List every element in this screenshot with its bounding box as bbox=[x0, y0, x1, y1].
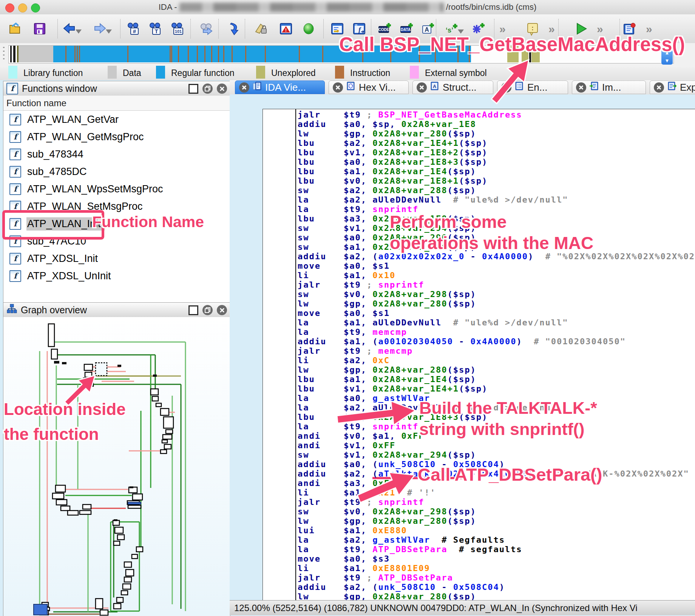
structs-icon: A bbox=[430, 81, 439, 93]
annotation-perform-line2: operations with the MAC bbox=[390, 233, 593, 253]
tab-close-icon[interactable] bbox=[576, 82, 586, 93]
search-text-icon[interactable]: T bbox=[148, 22, 162, 36]
open-file-icon[interactable] bbox=[8, 22, 23, 36]
functions-window-icon: f bbox=[6, 83, 18, 94]
function-icon: f bbox=[9, 131, 21, 143]
graph-overview-canvas[interactable] bbox=[3, 317, 230, 616]
toolbar-separator bbox=[218, 19, 219, 39]
highlight-lock-icon[interactable] bbox=[254, 22, 268, 36]
forward-icon-dropdown[interactable] bbox=[106, 29, 112, 34]
tab-close-icon[interactable] bbox=[501, 82, 511, 93]
asm-line: lbu$a1, 0x2A8+var_1E4($sp) bbox=[298, 375, 695, 384]
function-icon: f bbox=[9, 114, 21, 125]
back-icon[interactable] bbox=[63, 22, 77, 36]
asm-line: addiu$a0, $sp, 0x2A8+var_1E8 bbox=[298, 119, 695, 129]
hex-view-icon bbox=[346, 81, 355, 93]
tab-exp[interactable]: Exp... bbox=[650, 80, 695, 94]
legend-label: External symbol bbox=[425, 68, 487, 78]
warning-icon[interactable]: ! bbox=[279, 22, 293, 36]
annotation-perform-line1: Perform some bbox=[390, 212, 507, 232]
function-list-item[interactable]: fATP_XDSL_Init bbox=[3, 250, 230, 267]
function-list-item[interactable]: fATP_WLAN_GetMsgProc bbox=[3, 128, 230, 145]
tab-struct[interactable]: AStruct... bbox=[412, 80, 493, 94]
tab-label: Exp... bbox=[680, 82, 695, 93]
tab-hexvi[interactable]: Hex Vi... bbox=[329, 80, 409, 94]
function-list-item[interactable]: fsub_4785DC bbox=[3, 163, 230, 180]
asm-line: li$a2, 0xC bbox=[298, 356, 695, 365]
annotation-location-line1: Location inside bbox=[4, 400, 126, 419]
band-instruction-mark bbox=[74, 46, 76, 62]
ida-view-disassembly[interactable]: jalr$t9 ; BSP_NET_GetBaseMacAddressaddiu… bbox=[263, 109, 695, 615]
tab-en[interactable]: En... bbox=[497, 80, 568, 94]
asm-line: li$a1, 0xE8801E09 bbox=[298, 563, 695, 573]
band-instruction-mark bbox=[265, 46, 266, 62]
function-icon: f bbox=[9, 253, 21, 265]
function-list-item[interactable]: fsub_478344 bbox=[3, 145, 230, 163]
functions-window-titlebar[interactable]: f Functions window bbox=[3, 81, 230, 96]
band-instruction-mark bbox=[197, 46, 198, 62]
asm-line: jalr$t9 ; snprintf bbox=[298, 497, 695, 507]
asm-line: addiu$a1, (a001020304050 - 0x4A0000) # "… bbox=[298, 337, 695, 346]
asm-line: jalr$t9 ; ATP_DBSetPara bbox=[298, 573, 695, 582]
svg-text:DATA: DATA bbox=[401, 28, 411, 32]
search-next-icon[interactable] bbox=[199, 22, 214, 36]
asm-line: lw$gp, 0x2A8+var_280($sp) bbox=[298, 299, 695, 308]
close-panel-icon[interactable] bbox=[217, 84, 227, 94]
annotation-build-line1: Build the TALKTALK-* bbox=[419, 398, 597, 418]
float-panel-icon[interactable] bbox=[202, 84, 213, 94]
band-instruction-mark bbox=[218, 46, 219, 62]
band-instruction-mark bbox=[188, 46, 189, 62]
function-list-item[interactable]: fATP_WLAN_WpsSetMsgProc bbox=[3, 180, 230, 198]
function-list-item[interactable]: fsub_47AC10 bbox=[3, 232, 230, 250]
close-panel-icon[interactable] bbox=[217, 305, 227, 315]
band-mark bbox=[10, 46, 12, 62]
legend-swatch bbox=[410, 66, 419, 79]
function-list-item[interactable]: fATP_WLAN_SetMsgProc bbox=[3, 198, 230, 215]
maximize-panel-icon[interactable] bbox=[188, 84, 198, 94]
asm-line: lw$gp, 0x2A8+var_280($sp) bbox=[298, 516, 695, 526]
search-hex-icon[interactable]: # bbox=[126, 22, 141, 36]
window-title: IDA - /rootfs/bin/cms.idb (cms) bbox=[0, 0, 695, 14]
tab-im[interactable]: Im... bbox=[572, 80, 646, 94]
jump-down-icon[interactable] bbox=[227, 22, 242, 36]
tab-idavie[interactable]: IDA Vie... bbox=[235, 80, 325, 94]
legend-swatch bbox=[156, 66, 165, 79]
asm-line: sw$v1, 0x2A8+var_294($sp) bbox=[298, 450, 695, 460]
function-list-item[interactable]: fATP_XDSL_UnInit bbox=[3, 267, 230, 285]
band-instruction-mark bbox=[223, 46, 224, 62]
status-sphere-icon[interactable] bbox=[301, 22, 316, 36]
band-instruction-mark bbox=[211, 46, 212, 62]
asm-line: jalr$t9 ; BSP_NET_GetBaseMacAddress bbox=[298, 110, 695, 119]
mdi-area: f Functions window Function name fATP_WL… bbox=[0, 80, 695, 616]
back-icon-dropdown[interactable] bbox=[76, 29, 82, 34]
band-instruction-mark bbox=[79, 46, 80, 62]
enums-icon bbox=[514, 81, 524, 93]
tab-close-icon[interactable] bbox=[239, 82, 249, 93]
tab-close-icon[interactable] bbox=[417, 82, 427, 93]
band-instruction-mark bbox=[170, 46, 171, 62]
toolbar-separator bbox=[245, 19, 245, 39]
function-name-column-header[interactable]: Function name bbox=[3, 96, 230, 111]
asm-line: lui$a1, 0xE880 bbox=[298, 526, 695, 535]
band-instruction-mark bbox=[65, 46, 66, 62]
save-icon[interactable] bbox=[32, 22, 47, 36]
function-name-label: sub_47AC10 bbox=[26, 235, 90, 248]
asm-line: la$a2, aUleDDevNull # "ule%d >/dev/null" bbox=[298, 195, 695, 204]
ida-window: IDA - /rootfs/bin/cms.idb (cms) #T101!fC… bbox=[0, 0, 695, 616]
asm-line: move$a0, $s1 bbox=[298, 261, 695, 271]
function-icon: f bbox=[9, 149, 21, 160]
svg-text:!: ! bbox=[285, 28, 287, 33]
function-list-item[interactable]: fATP_WLAN_GetVar bbox=[3, 111, 230, 128]
maximize-panel-icon[interactable] bbox=[188, 305, 198, 315]
annotation-location-line2: the function bbox=[4, 425, 99, 444]
toolbar-separator bbox=[323, 19, 324, 39]
float-panel-icon[interactable] bbox=[202, 305, 213, 315]
graph-overview-titlebar[interactable]: Graph overview bbox=[3, 303, 230, 317]
asm-line: la$a1, aUleDDevNull # "ule%d >/dev/null" bbox=[298, 318, 695, 327]
forward-icon[interactable] bbox=[93, 22, 107, 36]
tab-close-icon[interactable] bbox=[333, 82, 343, 93]
tab-label: Hex Vi... bbox=[359, 82, 396, 93]
tab-close-icon[interactable] bbox=[654, 82, 664, 93]
asm-line: lbu$v1, 0x2A8+var_1E4+1($sp) bbox=[298, 384, 695, 393]
search-value-icon[interactable]: 101 bbox=[170, 22, 184, 36]
